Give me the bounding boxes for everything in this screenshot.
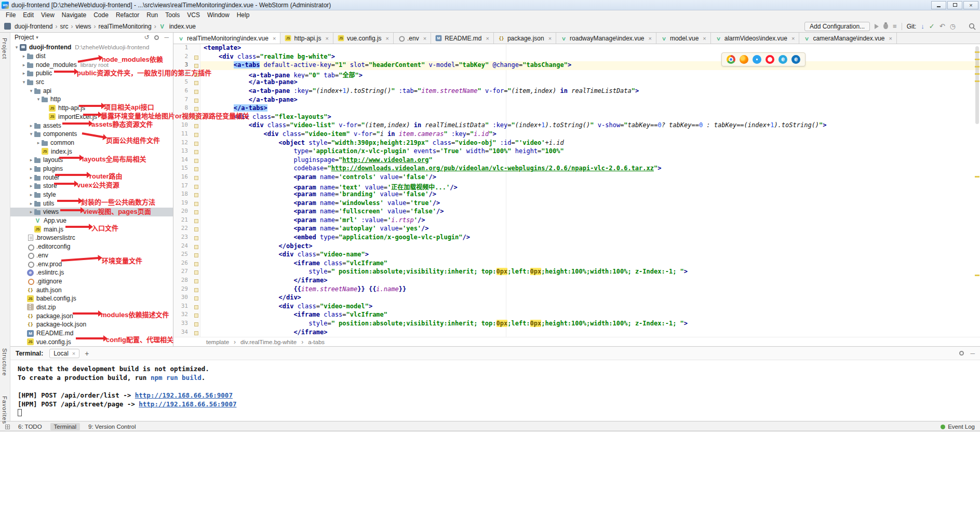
menu-item-refactor[interactable]: Refactor xyxy=(112,10,143,20)
tree-item-views[interactable]: ▸views xyxy=(10,208,173,216)
close-icon[interactable]: × xyxy=(791,35,795,42)
status-6-todo[interactable]: 6: TODO xyxy=(18,424,42,430)
chevron-right-icon[interactable]: ▸ xyxy=(28,183,34,188)
tree-item-importexcel-js[interactable]: importExcel.js xyxy=(10,113,173,121)
terminal-settings-gear-icon[interactable] xyxy=(959,351,964,356)
stripe-mark[interactable] xyxy=(975,66,979,67)
terminal-link[interactable]: http://192.168.66.56:9007 xyxy=(135,391,233,399)
ie-icon[interactable] xyxy=(778,55,787,64)
run-anything-icon[interactable]: ≡ xyxy=(893,23,897,30)
tree-item-router[interactable]: ▸router xyxy=(10,173,173,182)
project-panel-title[interactable]: Project xyxy=(15,34,34,41)
status-event-log[interactable]: Event Log xyxy=(941,424,975,430)
close-icon[interactable]: × xyxy=(325,35,328,42)
tree-item-readme-md[interactable]: README.md xyxy=(10,329,173,338)
menu-item-tools[interactable]: Tools xyxy=(162,10,183,20)
editor-breadcrumb-a-tabs[interactable]: a-tabs xyxy=(308,339,325,345)
tree-item-index-js[interactable]: index.js xyxy=(10,147,173,156)
menu-item-view[interactable]: View xyxy=(37,10,58,20)
breadcrumb-item-realtimemonitoring[interactable]: realTimeMonitoring xyxy=(98,23,151,30)
close-button[interactable]: × xyxy=(963,1,978,9)
tree-item-env[interactable]: .env xyxy=(10,251,173,260)
breadcrumb-item-views[interactable]: views xyxy=(75,23,91,30)
tree-item-auth-json[interactable]: auth.json xyxy=(10,285,173,294)
menu-item-window[interactable]: Window xyxy=(204,10,233,20)
tree-item-browserslistrc[interactable]: .browserslistrc xyxy=(10,234,173,242)
close-icon[interactable]: × xyxy=(486,35,489,42)
stripe-mark[interactable] xyxy=(975,80,979,82)
chevron-right-icon[interactable]: ▸ xyxy=(35,140,42,145)
scrollbar-thumb[interactable] xyxy=(975,46,979,124)
tree-item-main-js[interactable]: main.js xyxy=(10,225,173,234)
stripe-mark[interactable] xyxy=(975,176,979,178)
chevron-right-icon[interactable]: ▸ xyxy=(28,209,34,214)
close-icon[interactable]: × xyxy=(649,35,652,42)
editor-tab-alarmvideos-index-vue[interactable]: alarmVideos\index.vue× xyxy=(711,33,800,44)
tree-item-src[interactable]: ▾src xyxy=(10,78,173,87)
editor-tab-http-api-js[interactable]: http-api.js× xyxy=(280,33,333,44)
chevron-right-icon[interactable]: ▸ xyxy=(28,175,34,180)
menu-item-navigate[interactable]: Navigate xyxy=(58,10,90,20)
tree-item-plugins[interactable]: ▸plugins xyxy=(10,165,173,173)
chevron-right-icon[interactable]: ▸ xyxy=(21,53,27,59)
close-icon[interactable]: × xyxy=(273,35,276,42)
editor-tab-env[interactable]: .env× xyxy=(394,33,431,44)
chevron-right-icon[interactable]: ▸ xyxy=(21,71,27,76)
chevron-right-icon[interactable]: ▸ xyxy=(28,157,34,162)
tree-item-common[interactable]: ▸common xyxy=(10,139,173,147)
status-tool-windows[interactable] xyxy=(5,425,10,429)
git-revert-icon[interactable]: ↶ xyxy=(939,23,945,30)
close-icon[interactable]: × xyxy=(423,35,426,42)
chevron-right-icon[interactable]: ▸ xyxy=(28,201,34,206)
close-icon[interactable]: × xyxy=(889,35,892,42)
stripe-mark[interactable] xyxy=(975,59,979,60)
editor-tab-vue-config-js[interactable]: vue.config.js× xyxy=(333,33,394,44)
new-terminal-session-button[interactable]: + xyxy=(85,349,89,358)
git-commit-icon[interactable]: ✓ xyxy=(929,23,935,30)
close-icon[interactable]: × xyxy=(386,35,389,42)
add-configuration-button[interactable]: Add Configuration... xyxy=(804,22,870,31)
breadcrumb-item-src[interactable]: src xyxy=(60,23,68,30)
tree-item-dist-zip[interactable]: dist.zip xyxy=(10,303,173,312)
tool-window-button-project[interactable]: Project xyxy=(2,38,8,59)
tree-item-http-api-js[interactable]: http-api.js xyxy=(10,104,173,113)
chevron-down-icon[interactable]: ▾ xyxy=(28,88,34,93)
code-editor[interactable]: 1<template>2 <div class="realTime bg-whi… xyxy=(173,44,980,337)
tree-item-store[interactable]: ▸store xyxy=(10,182,173,190)
stripe-mark[interactable] xyxy=(975,73,979,75)
chevron-down-icon[interactable]: ▾ xyxy=(36,35,38,40)
opera-icon[interactable] xyxy=(766,55,774,64)
tree-item-eslintrc-js[interactable]: .eslintrc.js xyxy=(10,268,173,277)
tree-item-components[interactable]: ▾components xyxy=(10,130,173,139)
chevron-down-icon[interactable]: ▾ xyxy=(28,131,34,137)
stripe-mark[interactable] xyxy=(975,275,979,276)
tree-item-app-vue[interactable]: App.vue xyxy=(10,216,173,225)
breadcrumb-item-duoji-frontend[interactable]: duoji-frontend xyxy=(15,23,52,30)
tool-window-button-favorites[interactable]: Favorites xyxy=(2,396,8,424)
tool-window-button-structure[interactable]: Structure xyxy=(2,348,8,376)
breadcrumb-item-index-vue[interactable]: index.vue xyxy=(169,23,196,30)
debug-icon[interactable] xyxy=(883,23,888,29)
firefox-icon[interactable] xyxy=(740,55,748,64)
editor-breadcrumb-div-realtime-bg-white[interactable]: div.realTime.bg-white xyxy=(240,339,297,345)
chrome-icon[interactable] xyxy=(727,55,735,64)
status-9-version-control[interactable]: 9: Version Control xyxy=(88,424,136,430)
edge-icon[interactable] xyxy=(791,55,800,64)
tree-item-package-json[interactable]: package.json xyxy=(10,311,173,320)
tree-item-layouts[interactable]: ▸layouts xyxy=(10,156,173,165)
hide-panel-icon[interactable]: ─ xyxy=(164,34,169,41)
editor-tab-cameramanage-index-vue[interactable]: cameraManage\index.vue× xyxy=(799,33,897,44)
status-terminal[interactable]: Terminal xyxy=(50,423,80,430)
menu-item-code[interactable]: Code xyxy=(90,10,112,20)
sync-icon[interactable]: ↺ xyxy=(144,34,149,41)
menu-item-vcs[interactable]: VCS xyxy=(183,10,204,20)
tree-item-package-lock-json[interactable]: package-lock.json xyxy=(10,320,173,329)
git-update-icon[interactable]: ↓ xyxy=(921,23,924,30)
menu-item-file[interactable]: File xyxy=(2,10,19,20)
menu-item-help[interactable]: Help xyxy=(233,10,253,20)
tree-item-node-modules[interactable]: ▸node_moduleslibrary root xyxy=(10,60,173,69)
close-icon[interactable]: × xyxy=(548,35,552,42)
maximize-button[interactable] xyxy=(947,1,962,9)
terminal-link[interactable]: http://192.168.66.56:9007 xyxy=(139,400,236,408)
close-icon[interactable]: × xyxy=(703,35,706,42)
